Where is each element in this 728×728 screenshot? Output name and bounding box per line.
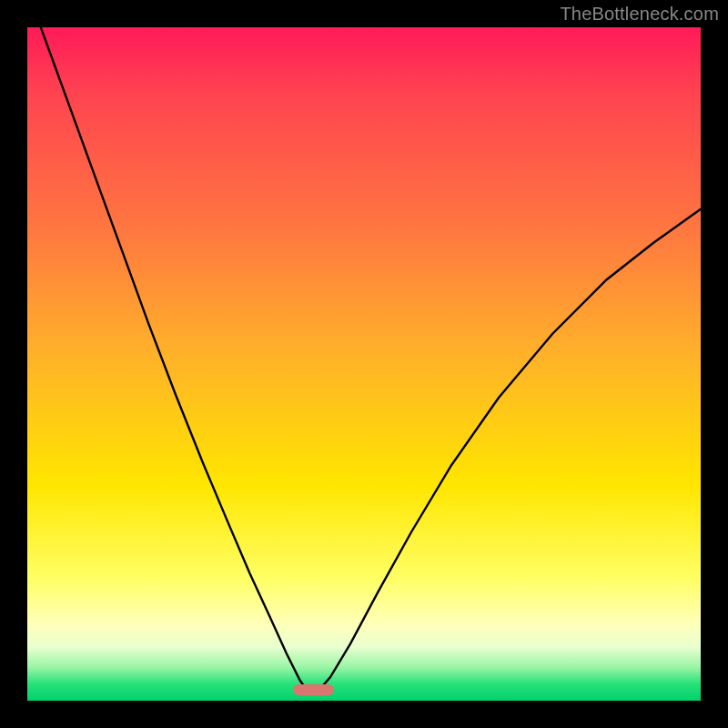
curve-right-branch [317, 209, 701, 693]
curve-layer [27, 27, 701, 701]
plot-area [27, 27, 701, 701]
curve-left-branch [41, 27, 309, 693]
min-marker [293, 684, 333, 695]
chart-frame: TheBottleneck.com [0, 0, 728, 728]
watermark-text: TheBottleneck.com [560, 4, 719, 25]
